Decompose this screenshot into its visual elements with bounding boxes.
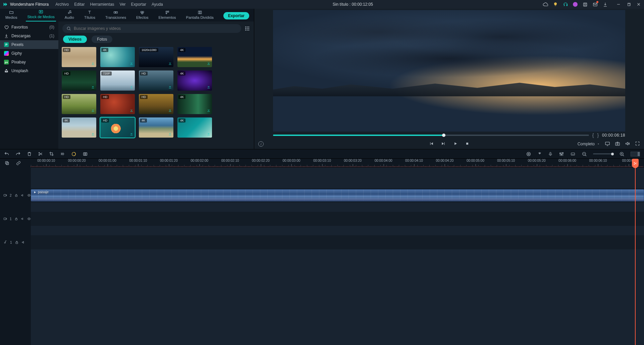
split-icon[interactable] (38, 151, 43, 156)
pill-photos[interactable]: Fotos (92, 36, 112, 43)
stock-thumbnail[interactable]: 4K (139, 117, 173, 138)
mark-out-icon[interactable]: } (597, 133, 599, 138)
stock-thumbnail[interactable]: 720P (100, 70, 135, 91)
zoom-slider[interactable] (593, 153, 613, 154)
playhead[interactable] (635, 159, 636, 345)
track-a1[interactable] (31, 235, 644, 249)
snapshot-icon[interactable] (615, 141, 620, 147)
tab-titles[interactable]: Títulos (83, 9, 97, 21)
green-screen-icon[interactable] (83, 151, 88, 157)
headset-icon[interactable] (563, 2, 568, 7)
search-input[interactable] (74, 26, 237, 31)
tab-effects[interactable]: Efectos (135, 9, 150, 21)
record-vo-icon[interactable] (548, 151, 553, 157)
download-icon[interactable] (91, 108, 95, 113)
download-icon[interactable] (207, 132, 211, 137)
menu-file[interactable]: Archivo (55, 2, 69, 7)
stock-thumbnail[interactable]: HD (62, 70, 96, 91)
zoom-in-icon[interactable] (619, 151, 625, 157)
scrub-bar[interactable] (273, 135, 589, 136)
download-icon[interactable] (91, 132, 95, 137)
tab-elements[interactable]: Elementos (157, 9, 177, 21)
sidebar-item-favorites[interactable]: Favoritos (0) (0, 23, 58, 32)
clip-info-icon[interactable]: i (258, 141, 264, 147)
track-v1[interactable] (31, 212, 644, 226)
menu-edit[interactable]: Editar (74, 2, 85, 7)
stock-thumbnail[interactable]: 4K (177, 94, 212, 114)
track-header-a1[interactable]: 1 (0, 235, 31, 249)
clip-paisaje[interactable]: paisaje (31, 189, 644, 201)
menu-export[interactable]: Exportar (131, 2, 146, 7)
redo-icon[interactable] (15, 151, 21, 157)
search-input-wrap[interactable] (62, 24, 241, 33)
timeline-ruler[interactable]: 00:00:00:1000:00:00:2000:00:01:0000:00:0… (31, 159, 644, 167)
export-button[interactable]: Exportar (223, 12, 249, 19)
mark-in-icon[interactable]: { (592, 133, 594, 138)
mute-icon[interactable] (21, 217, 24, 221)
save-icon[interactable] (582, 2, 588, 7)
download-icon[interactable] (207, 108, 211, 113)
speed-duration-icon[interactable] (60, 151, 65, 156)
tab-stock-media[interactable]: Stock de Medios (26, 9, 56, 21)
undo-icon[interactable] (4, 151, 9, 157)
sidebar-item-unsplash[interactable]: Unsplash (0, 66, 58, 75)
track-header-v2[interactable]: 2 (0, 188, 31, 202)
stock-thumbnail[interactable]: HD (62, 47, 96, 67)
window-close-icon[interactable] (636, 2, 641, 7)
sidebar-item-downloads[interactable]: Descargas (1) (0, 32, 58, 40)
timeline-navigator[interactable] (631, 152, 640, 156)
stock-thumbnail[interactable]: 4K (177, 117, 212, 138)
window-restore-icon[interactable] (626, 2, 631, 7)
lightbulb-icon[interactable] (553, 2, 558, 7)
stock-thumbnail[interactable]: 4K (62, 117, 96, 138)
pill-videos[interactable]: Videos (63, 36, 87, 43)
link-icon[interactable] (16, 161, 21, 165)
download-icon[interactable] (129, 108, 133, 113)
sidebar-item-pexels[interactable]: P Pexels (0, 40, 58, 49)
download-icon[interactable] (129, 61, 133, 66)
tab-split-screen[interactable]: Pantalla Dividida (185, 9, 215, 21)
track-header-v1[interactable]: 1 (0, 212, 31, 226)
download-icon[interactable] (168, 61, 172, 66)
download-icon[interactable] (168, 132, 172, 137)
lock-icon[interactable] (15, 240, 19, 244)
sidebar-item-pixabay[interactable]: px Pixabay (0, 58, 58, 66)
eye-icon[interactable] (27, 193, 31, 197)
fullscreen-icon[interactable] (635, 141, 640, 147)
delete-icon[interactable] (27, 151, 32, 156)
stock-thumbnail[interactable]: HD (139, 70, 173, 91)
menu-view[interactable]: Ver (120, 2, 126, 7)
zoom-out-icon[interactable] (582, 151, 587, 157)
cloud-icon[interactable] (543, 2, 548, 7)
stock-thumbnail[interactable]: 4K (177, 70, 212, 91)
subtitle-icon[interactable] (570, 152, 576, 156)
stop-icon[interactable] (465, 142, 469, 147)
download-icon[interactable] (91, 85, 95, 90)
stock-thumbnail[interactable]: 4K (100, 47, 135, 67)
download-icon[interactable] (91, 61, 95, 66)
download-icon[interactable] (129, 85, 133, 90)
menu-tools[interactable]: Herramientas (90, 2, 114, 7)
menu-help[interactable]: Ayuda (152, 2, 163, 7)
view-grid-icon[interactable] (245, 26, 250, 31)
account-avatar-icon[interactable] (573, 2, 578, 7)
download-icon[interactable] (129, 132, 133, 137)
window-minimize-icon[interactable] (616, 2, 621, 7)
stock-thumbnail[interactable]: HD (100, 117, 135, 138)
stock-thumbnail[interactable]: 1620x1080 (139, 47, 173, 67)
color-match-icon[interactable] (71, 151, 76, 157)
download-icon[interactable] (207, 85, 211, 90)
stock-thumbnail[interactable]: HD (62, 94, 96, 114)
volume-icon[interactable] (625, 141, 630, 147)
step-back-icon[interactable] (429, 141, 434, 147)
display-icon[interactable] (605, 141, 610, 147)
preview-canvas[interactable] (273, 10, 625, 132)
lock-icon[interactable] (14, 193, 18, 197)
stock-thumbnail[interactable]: HD (139, 94, 173, 114)
crop-icon[interactable] (49, 151, 54, 156)
stock-thumbnail[interactable]: HD (100, 94, 135, 114)
copy-icon[interactable] (5, 161, 9, 165)
download-icon[interactable] (168, 85, 172, 90)
stock-thumbnail[interactable]: 4K (177, 47, 212, 67)
step-forward-icon[interactable] (441, 141, 446, 147)
